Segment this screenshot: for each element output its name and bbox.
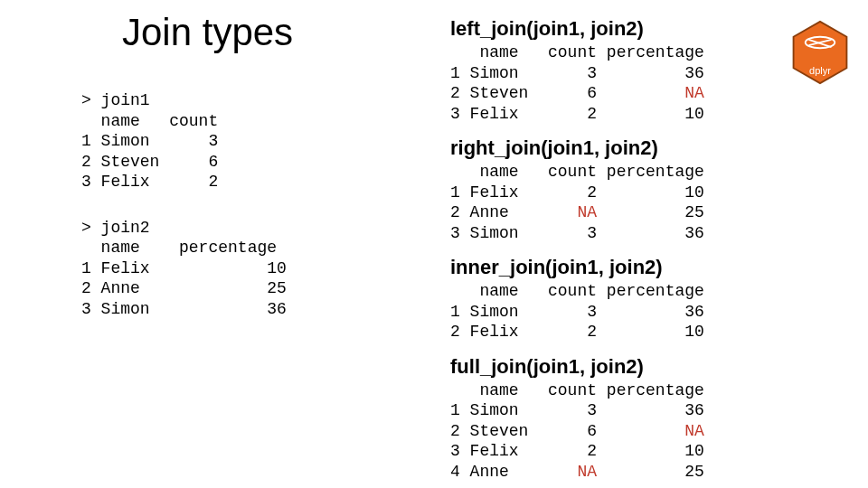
table-row: 4 Anne NA 25 bbox=[450, 462, 776, 483]
table-row: 1 Felix 10 bbox=[81, 258, 398, 279]
logo-label: dplyr bbox=[788, 65, 852, 76]
left-join-title: left_join(join1, join2) bbox=[450, 17, 776, 41]
join2-block: > join2 name percentage 1 Felix 10 2 Ann… bbox=[81, 218, 398, 320]
left-join-header: name count percentage bbox=[450, 42, 776, 63]
table-row: 3 Felix 2 bbox=[81, 172, 398, 192]
table-row: 1 Simon 3 36 bbox=[450, 400, 776, 421]
table-row: 2 Steven 6 bbox=[81, 152, 398, 173]
right-join-block: right_join(join1, join2) name count perc… bbox=[450, 136, 776, 243]
join-results: left_join(join1, join2) name count perce… bbox=[450, 5, 776, 482]
na-value: NA bbox=[577, 463, 597, 481]
inner-join-header: name count percentage bbox=[450, 281, 776, 302]
table-row: 1 Simon 3 36 bbox=[450, 63, 776, 84]
join1-header: name count bbox=[81, 111, 398, 132]
inner-join-title: inner_join(join1, join2) bbox=[450, 256, 776, 279]
full-join-header: name count percentage bbox=[450, 380, 776, 401]
na-value: NA bbox=[684, 422, 704, 440]
table-row: 3 Felix 2 10 bbox=[450, 104, 776, 125]
right-join-header: name count percentage bbox=[450, 162, 776, 183]
table-row: 3 Simon 36 bbox=[81, 299, 398, 320]
table-row: 3 Simon 3 36 bbox=[450, 223, 776, 244]
table-row: 2 Felix 2 10 bbox=[450, 322, 776, 343]
table-row: 2 Anne 25 bbox=[81, 278, 398, 299]
input-frames: > join1 name count 1 Simon 3 2 Steven 6 … bbox=[81, 90, 398, 344]
table-row: 2 Steven 6 NA bbox=[450, 421, 776, 442]
right-join-title: right_join(join1, join2) bbox=[450, 136, 776, 160]
full-join-block: full_join(join1, join2) name count perce… bbox=[450, 355, 776, 483]
full-join-title: full_join(join1, join2) bbox=[450, 355, 776, 379]
join2-prompt: > join2 bbox=[81, 218, 398, 239]
table-row: 3 Felix 2 10 bbox=[450, 441, 776, 462]
join1-prompt: > join1 bbox=[81, 90, 398, 111]
inner-join-block: inner_join(join1, join2) name count perc… bbox=[450, 256, 776, 343]
na-value: NA bbox=[684, 84, 704, 102]
table-row: 2 Anne NA 25 bbox=[450, 202, 776, 223]
table-row: 1 Felix 2 10 bbox=[450, 183, 776, 203]
dplyr-logo: dplyr bbox=[788, 20, 852, 96]
table-row: 1 Simon 3 bbox=[81, 131, 398, 152]
join1-block: > join1 name count 1 Simon 3 2 Steven 6 … bbox=[81, 90, 398, 192]
join2-header: name percentage bbox=[81, 238, 398, 258]
page-title: Join types bbox=[122, 11, 293, 54]
table-row: 1 Simon 3 36 bbox=[450, 302, 776, 323]
table-row: 2 Steven 6 NA bbox=[450, 83, 776, 104]
na-value: NA bbox=[577, 203, 597, 221]
left-join-block: left_join(join1, join2) name count perce… bbox=[450, 17, 776, 124]
